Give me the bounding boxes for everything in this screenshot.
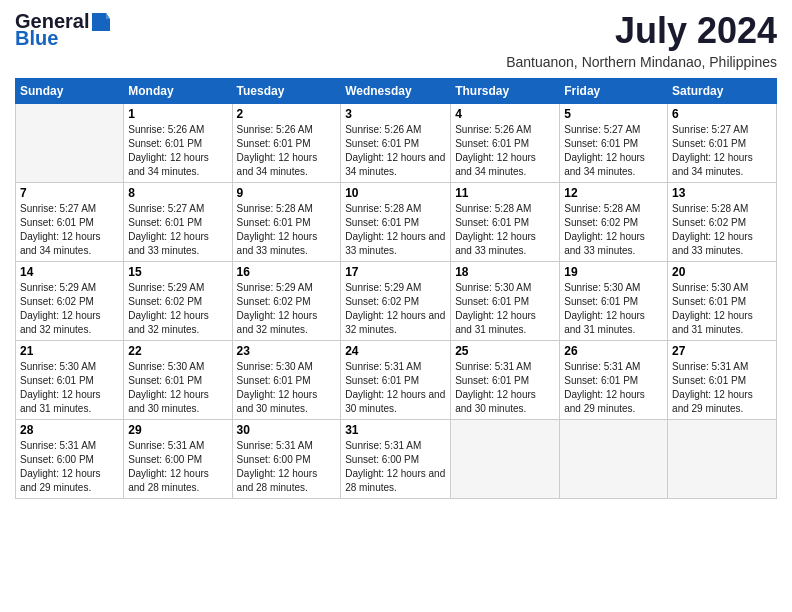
calendar-day-cell: 19Sunrise: 5:30 AMSunset: 6:01 PMDayligh…	[560, 262, 668, 341]
calendar-header-row: Sunday Monday Tuesday Wednesday Thursday…	[16, 79, 777, 104]
sunrise-text: Sunrise: 5:26 AM	[345, 124, 421, 135]
calendar-day-cell: 17Sunrise: 5:29 AMSunset: 6:02 PMDayligh…	[341, 262, 451, 341]
sunrise-text: Sunrise: 5:31 AM	[128, 440, 204, 451]
daylight-text: Daylight: 12 hours and 30 minutes.	[237, 389, 318, 414]
day-number: 5	[564, 107, 663, 121]
calendar-day-cell: 30Sunrise: 5:31 AMSunset: 6:00 PMDayligh…	[232, 420, 341, 499]
day-number: 27	[672, 344, 772, 358]
sunset-text: Sunset: 6:01 PM	[564, 296, 638, 307]
day-info: Sunrise: 5:31 AMSunset: 6:01 PMDaylight:…	[672, 360, 772, 416]
calendar-day-cell: 6Sunrise: 5:27 AMSunset: 6:01 PMDaylight…	[668, 104, 777, 183]
calendar-day-cell: 15Sunrise: 5:29 AMSunset: 6:02 PMDayligh…	[124, 262, 232, 341]
sunset-text: Sunset: 6:01 PM	[345, 138, 419, 149]
calendar-day-cell	[16, 104, 124, 183]
sunset-text: Sunset: 6:01 PM	[564, 375, 638, 386]
calendar-day-cell: 22Sunrise: 5:30 AMSunset: 6:01 PMDayligh…	[124, 341, 232, 420]
calendar-day-cell: 14Sunrise: 5:29 AMSunset: 6:02 PMDayligh…	[16, 262, 124, 341]
calendar-location: Bantuanon, Northern Mindanao, Philippine…	[506, 54, 777, 70]
daylight-text: Daylight: 12 hours and 28 minutes.	[345, 468, 445, 493]
sunset-text: Sunset: 6:00 PM	[128, 454, 202, 465]
sunrise-text: Sunrise: 5:30 AM	[672, 282, 748, 293]
daylight-text: Daylight: 12 hours and 28 minutes.	[128, 468, 209, 493]
sunset-text: Sunset: 6:01 PM	[237, 217, 311, 228]
sunrise-text: Sunrise: 5:28 AM	[564, 203, 640, 214]
calendar-day-cell: 28Sunrise: 5:31 AMSunset: 6:00 PMDayligh…	[16, 420, 124, 499]
day-info: Sunrise: 5:28 AMSunset: 6:01 PMDaylight:…	[345, 202, 446, 258]
header-friday: Friday	[560, 79, 668, 104]
sunrise-text: Sunrise: 5:31 AM	[345, 440, 421, 451]
daylight-text: Daylight: 12 hours and 33 minutes.	[345, 231, 445, 256]
calendar-day-cell: 10Sunrise: 5:28 AMSunset: 6:01 PMDayligh…	[341, 183, 451, 262]
day-info: Sunrise: 5:31 AMSunset: 6:00 PMDaylight:…	[237, 439, 337, 495]
sunrise-text: Sunrise: 5:29 AM	[128, 282, 204, 293]
page-header: General Blue July 2024 Bantuanon, Northe…	[15, 10, 777, 70]
calendar-week-row: 21Sunrise: 5:30 AMSunset: 6:01 PMDayligh…	[16, 341, 777, 420]
sunrise-text: Sunrise: 5:31 AM	[672, 361, 748, 372]
day-number: 28	[20, 423, 119, 437]
day-info: Sunrise: 5:31 AMSunset: 6:00 PMDaylight:…	[128, 439, 227, 495]
sunrise-text: Sunrise: 5:30 AM	[237, 361, 313, 372]
day-number: 17	[345, 265, 446, 279]
sunset-text: Sunset: 6:02 PM	[237, 296, 311, 307]
day-number: 6	[672, 107, 772, 121]
daylight-text: Daylight: 12 hours and 29 minutes.	[20, 468, 101, 493]
calendar-week-row: 1Sunrise: 5:26 AMSunset: 6:01 PMDaylight…	[16, 104, 777, 183]
day-number: 15	[128, 265, 227, 279]
day-info: Sunrise: 5:29 AMSunset: 6:02 PMDaylight:…	[237, 281, 337, 337]
day-number: 16	[237, 265, 337, 279]
calendar-day-cell: 12Sunrise: 5:28 AMSunset: 6:02 PMDayligh…	[560, 183, 668, 262]
header-sunday: Sunday	[16, 79, 124, 104]
day-info: Sunrise: 5:31 AMSunset: 6:01 PMDaylight:…	[564, 360, 663, 416]
day-info: Sunrise: 5:31 AMSunset: 6:00 PMDaylight:…	[20, 439, 119, 495]
sunrise-text: Sunrise: 5:29 AM	[237, 282, 313, 293]
daylight-text: Daylight: 12 hours and 31 minutes.	[672, 310, 753, 335]
calendar-day-cell: 8Sunrise: 5:27 AMSunset: 6:01 PMDaylight…	[124, 183, 232, 262]
day-number: 4	[455, 107, 555, 121]
sunrise-text: Sunrise: 5:27 AM	[128, 203, 204, 214]
calendar-day-cell	[560, 420, 668, 499]
header-tuesday: Tuesday	[232, 79, 341, 104]
sunset-text: Sunset: 6:01 PM	[128, 217, 202, 228]
daylight-text: Daylight: 12 hours and 34 minutes.	[672, 152, 753, 177]
sunset-text: Sunset: 6:01 PM	[455, 138, 529, 149]
calendar-week-row: 14Sunrise: 5:29 AMSunset: 6:02 PMDayligh…	[16, 262, 777, 341]
day-info: Sunrise: 5:28 AMSunset: 6:01 PMDaylight:…	[455, 202, 555, 258]
title-section: July 2024 Bantuanon, Northern Mindanao, …	[506, 10, 777, 70]
day-number: 12	[564, 186, 663, 200]
sunset-text: Sunset: 6:00 PM	[345, 454, 419, 465]
sunset-text: Sunset: 6:01 PM	[128, 138, 202, 149]
day-number: 29	[128, 423, 227, 437]
day-number: 7	[20, 186, 119, 200]
sunset-text: Sunset: 6:00 PM	[237, 454, 311, 465]
day-number: 19	[564, 265, 663, 279]
day-info: Sunrise: 5:28 AMSunset: 6:01 PMDaylight:…	[237, 202, 337, 258]
day-number: 8	[128, 186, 227, 200]
day-info: Sunrise: 5:27 AMSunset: 6:01 PMDaylight:…	[672, 123, 772, 179]
sunset-text: Sunset: 6:01 PM	[237, 138, 311, 149]
day-info: Sunrise: 5:31 AMSunset: 6:00 PMDaylight:…	[345, 439, 446, 495]
calendar-day-cell: 9Sunrise: 5:28 AMSunset: 6:01 PMDaylight…	[232, 183, 341, 262]
calendar-day-cell: 4Sunrise: 5:26 AMSunset: 6:01 PMDaylight…	[451, 104, 560, 183]
daylight-text: Daylight: 12 hours and 28 minutes.	[237, 468, 318, 493]
daylight-text: Daylight: 12 hours and 33 minutes.	[564, 231, 645, 256]
day-number: 18	[455, 265, 555, 279]
sunrise-text: Sunrise: 5:28 AM	[455, 203, 531, 214]
daylight-text: Daylight: 12 hours and 31 minutes.	[20, 389, 101, 414]
sunset-text: Sunset: 6:02 PM	[128, 296, 202, 307]
day-info: Sunrise: 5:29 AMSunset: 6:02 PMDaylight:…	[345, 281, 446, 337]
daylight-text: Daylight: 12 hours and 34 minutes.	[345, 152, 445, 177]
sunrise-text: Sunrise: 5:26 AM	[128, 124, 204, 135]
sunset-text: Sunset: 6:02 PM	[20, 296, 94, 307]
daylight-text: Daylight: 12 hours and 32 minutes.	[345, 310, 445, 335]
sunrise-text: Sunrise: 5:29 AM	[20, 282, 96, 293]
daylight-text: Daylight: 12 hours and 33 minutes.	[128, 231, 209, 256]
day-info: Sunrise: 5:30 AMSunset: 6:01 PMDaylight:…	[237, 360, 337, 416]
sunrise-text: Sunrise: 5:28 AM	[345, 203, 421, 214]
daylight-text: Daylight: 12 hours and 32 minutes.	[20, 310, 101, 335]
daylight-text: Daylight: 12 hours and 33 minutes.	[237, 231, 318, 256]
day-number: 11	[455, 186, 555, 200]
calendar-day-cell: 3Sunrise: 5:26 AMSunset: 6:01 PMDaylight…	[341, 104, 451, 183]
day-number: 20	[672, 265, 772, 279]
sunset-text: Sunset: 6:02 PM	[564, 217, 638, 228]
sunrise-text: Sunrise: 5:31 AM	[20, 440, 96, 451]
